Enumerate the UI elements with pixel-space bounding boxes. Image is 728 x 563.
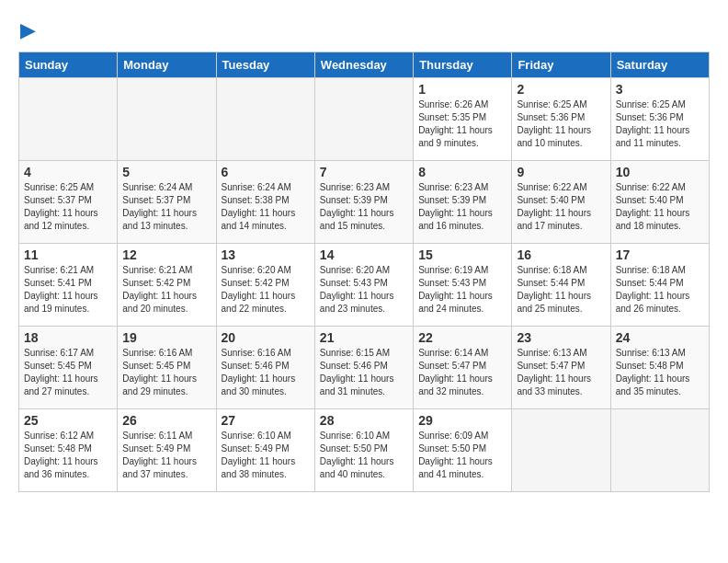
logo-bird-icon: ▶	[20, 18, 36, 42]
calendar-cell: 21Sunrise: 6:15 AM Sunset: 5:46 PM Dayli…	[314, 327, 413, 409]
day-info: Sunrise: 6:17 AM Sunset: 5:45 PM Dayligh…	[24, 347, 112, 398]
calendar-cell: 6Sunrise: 6:24 AM Sunset: 5:38 PM Daylig…	[216, 161, 314, 244]
calendar-cell	[610, 409, 709, 492]
calendar-week-5: 25Sunrise: 6:12 AM Sunset: 5:48 PM Dayli…	[19, 409, 710, 492]
day-number: 2	[517, 82, 605, 97]
day-number: 3	[616, 82, 704, 97]
header-thursday: Thursday	[414, 52, 512, 78]
day-info: Sunrise: 6:21 AM Sunset: 5:41 PM Dayligh…	[24, 264, 112, 316]
calendar-cell: 8Sunrise: 6:23 AM Sunset: 5:39 PM Daylig…	[414, 161, 512, 244]
day-number: 22	[418, 330, 506, 345]
day-number: 18	[24, 330, 112, 345]
day-info: Sunrise: 6:18 AM Sunset: 5:44 PM Dayligh…	[616, 264, 704, 316]
day-number: 5	[122, 165, 210, 179]
calendar-cell: 17Sunrise: 6:18 AM Sunset: 5:44 PM Dayli…	[610, 244, 709, 327]
calendar-cell: 28Sunrise: 6:10 AM Sunset: 5:50 PM Dayli…	[314, 409, 413, 492]
calendar-cell: 10Sunrise: 6:22 AM Sunset: 5:40 PM Dayli…	[610, 161, 709, 244]
calendar-cell: 4Sunrise: 6:25 AM Sunset: 5:37 PM Daylig…	[19, 161, 118, 244]
day-number: 4	[24, 165, 112, 179]
day-info: Sunrise: 6:25 AM Sunset: 5:37 PM Dayligh…	[24, 181, 112, 233]
day-number: 19	[122, 330, 210, 345]
calendar-week-4: 18Sunrise: 6:17 AM Sunset: 5:45 PM Dayli…	[19, 327, 710, 409]
day-info: Sunrise: 6:24 AM Sunset: 5:37 PM Dayligh…	[122, 181, 210, 233]
calendar-table: SundayMondayTuesdayWednesdayThursdayFrid…	[18, 52, 710, 492]
day-number: 6	[222, 165, 310, 179]
calendar-cell: 11Sunrise: 6:21 AM Sunset: 5:41 PM Dayli…	[19, 244, 118, 327]
day-number: 28	[320, 413, 408, 428]
header-wednesday: Wednesday	[314, 52, 413, 78]
day-info: Sunrise: 6:25 AM Sunset: 5:36 PM Dayligh…	[616, 98, 704, 150]
day-number: 20	[222, 330, 310, 345]
day-number: 21	[320, 330, 408, 345]
calendar-cell: 3Sunrise: 6:25 AM Sunset: 5:36 PM Daylig…	[610, 78, 709, 161]
day-number: 10	[616, 165, 704, 179]
day-number: 23	[517, 330, 605, 345]
day-info: Sunrise: 6:22 AM Sunset: 5:40 PM Dayligh…	[616, 181, 704, 233]
calendar-cell: 16Sunrise: 6:18 AM Sunset: 5:44 PM Dayli…	[512, 244, 610, 327]
calendar-week-3: 11Sunrise: 6:21 AM Sunset: 5:41 PM Dayli…	[19, 244, 710, 327]
calendar-cell: 18Sunrise: 6:17 AM Sunset: 5:45 PM Dayli…	[19, 327, 118, 409]
calendar-cell: 7Sunrise: 6:23 AM Sunset: 5:39 PM Daylig…	[314, 161, 413, 244]
calendar-header-row: SundayMondayTuesdayWednesdayThursdayFrid…	[19, 52, 710, 78]
calendar-cell: 29Sunrise: 6:09 AM Sunset: 5:50 PM Dayli…	[414, 409, 512, 492]
day-info: Sunrise: 6:19 AM Sunset: 5:43 PM Dayligh…	[418, 264, 506, 316]
day-info: Sunrise: 6:15 AM Sunset: 5:46 PM Dayligh…	[320, 347, 408, 398]
day-info: Sunrise: 6:23 AM Sunset: 5:39 PM Dayligh…	[320, 181, 408, 233]
header-tuesday: Tuesday	[216, 52, 314, 78]
day-info: Sunrise: 6:09 AM Sunset: 5:50 PM Dayligh…	[418, 430, 506, 481]
day-number: 29	[418, 413, 506, 428]
header: ▶	[18, 18, 710, 42]
day-number: 24	[616, 330, 704, 345]
calendar-cell: 24Sunrise: 6:13 AM Sunset: 5:48 PM Dayli…	[610, 327, 709, 409]
calendar-cell	[314, 78, 413, 161]
day-info: Sunrise: 6:13 AM Sunset: 5:48 PM Dayligh…	[616, 347, 704, 398]
header-monday: Monday	[118, 52, 216, 78]
day-number: 12	[122, 247, 210, 262]
calendar-cell: 25Sunrise: 6:12 AM Sunset: 5:48 PM Dayli…	[19, 409, 118, 492]
day-number: 17	[616, 247, 704, 262]
day-number: 9	[517, 165, 605, 179]
day-info: Sunrise: 6:26 AM Sunset: 5:35 PM Dayligh…	[418, 98, 506, 150]
calendar-week-1: 1Sunrise: 6:26 AM Sunset: 5:35 PM Daylig…	[19, 78, 710, 161]
day-info: Sunrise: 6:18 AM Sunset: 5:44 PM Dayligh…	[517, 264, 605, 316]
calendar-cell: 12Sunrise: 6:21 AM Sunset: 5:42 PM Dayli…	[118, 244, 216, 327]
calendar-cell: 14Sunrise: 6:20 AM Sunset: 5:43 PM Dayli…	[314, 244, 413, 327]
header-friday: Friday	[512, 52, 610, 78]
calendar-cell: 13Sunrise: 6:20 AM Sunset: 5:42 PM Dayli…	[216, 244, 314, 327]
day-number: 8	[418, 165, 506, 179]
day-info: Sunrise: 6:20 AM Sunset: 5:43 PM Dayligh…	[320, 264, 408, 316]
calendar-cell	[512, 409, 610, 492]
day-number: 27	[222, 413, 310, 428]
day-info: Sunrise: 6:24 AM Sunset: 5:38 PM Dayligh…	[222, 181, 310, 233]
day-number: 25	[24, 413, 112, 428]
calendar-cell: 15Sunrise: 6:19 AM Sunset: 5:43 PM Dayli…	[414, 244, 512, 327]
calendar-cell: 22Sunrise: 6:14 AM Sunset: 5:47 PM Dayli…	[414, 327, 512, 409]
day-info: Sunrise: 6:14 AM Sunset: 5:47 PM Dayligh…	[418, 347, 506, 398]
day-number: 13	[222, 247, 310, 262]
calendar-cell: 23Sunrise: 6:13 AM Sunset: 5:47 PM Dayli…	[512, 327, 610, 409]
calendar-cell: 1Sunrise: 6:26 AM Sunset: 5:35 PM Daylig…	[414, 78, 512, 161]
day-info: Sunrise: 6:21 AM Sunset: 5:42 PM Dayligh…	[122, 264, 210, 316]
day-info: Sunrise: 6:20 AM Sunset: 5:42 PM Dayligh…	[222, 264, 310, 316]
day-info: Sunrise: 6:25 AM Sunset: 5:36 PM Dayligh…	[517, 98, 605, 150]
header-saturday: Saturday	[610, 52, 709, 78]
day-number: 26	[122, 413, 210, 428]
calendar-cell	[118, 78, 216, 161]
logo: ▶	[18, 18, 36, 42]
day-info: Sunrise: 6:23 AM Sunset: 5:39 PM Dayligh…	[418, 181, 506, 233]
calendar-cell: 2Sunrise: 6:25 AM Sunset: 5:36 PM Daylig…	[512, 78, 610, 161]
calendar-cell: 26Sunrise: 6:11 AM Sunset: 5:49 PM Dayli…	[118, 409, 216, 492]
day-info: Sunrise: 6:22 AM Sunset: 5:40 PM Dayligh…	[517, 181, 605, 233]
calendar-week-2: 4Sunrise: 6:25 AM Sunset: 5:37 PM Daylig…	[19, 161, 710, 244]
day-info: Sunrise: 6:16 AM Sunset: 5:46 PM Dayligh…	[222, 347, 310, 398]
day-info: Sunrise: 6:11 AM Sunset: 5:49 PM Dayligh…	[122, 430, 210, 481]
day-number: 16	[517, 247, 605, 262]
day-number: 14	[320, 247, 408, 262]
day-info: Sunrise: 6:16 AM Sunset: 5:45 PM Dayligh…	[122, 347, 210, 398]
calendar-cell: 19Sunrise: 6:16 AM Sunset: 5:45 PM Dayli…	[118, 327, 216, 409]
calendar-cell: 9Sunrise: 6:22 AM Sunset: 5:40 PM Daylig…	[512, 161, 610, 244]
day-info: Sunrise: 6:12 AM Sunset: 5:48 PM Dayligh…	[24, 430, 112, 481]
day-number: 7	[320, 165, 408, 179]
day-info: Sunrise: 6:10 AM Sunset: 5:49 PM Dayligh…	[222, 430, 310, 481]
calendar-cell: 27Sunrise: 6:10 AM Sunset: 5:49 PM Dayli…	[216, 409, 314, 492]
